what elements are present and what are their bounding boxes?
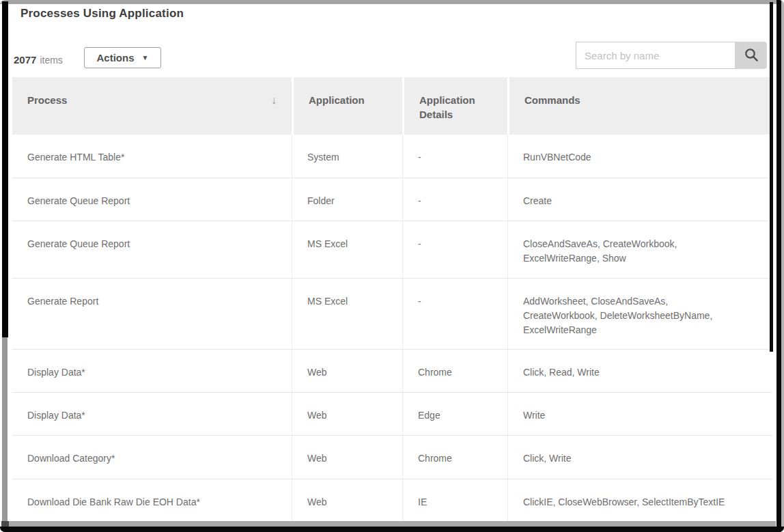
cell-commands: Click, Write xyxy=(507,436,772,479)
actions-button-label: Actions xyxy=(97,52,135,64)
cell-application: System xyxy=(292,135,402,178)
cell-application: MS Excel xyxy=(292,279,402,349)
column-header-process[interactable]: Process ↓ xyxy=(12,77,292,135)
table-row[interactable]: Generate Queue Report Folder - Create xyxy=(12,178,772,221)
cell-process: Generate Queue Report xyxy=(12,221,292,278)
cell-process: Display Data* xyxy=(12,393,292,435)
search-input[interactable] xyxy=(576,42,735,69)
actions-button[interactable]: Actions ▼ xyxy=(84,47,161,68)
cell-application-details: IE xyxy=(402,479,507,521)
cell-commands: CloseAndSaveAs, CreateWorkbook, ExcelWri… xyxy=(507,221,772,278)
cell-application-details: Edge xyxy=(402,393,507,435)
cell-commands: RunVBNetCode xyxy=(507,135,772,178)
cell-application-details: - xyxy=(402,221,507,278)
cell-application: Web xyxy=(292,350,402,392)
cell-application-details: - xyxy=(402,279,507,349)
cell-application-details: Chrome xyxy=(402,436,507,479)
table-row[interactable]: Generate Report MS Excel - AddWorksheet,… xyxy=(12,279,772,350)
cell-application: Web xyxy=(292,436,402,479)
processes-table: Process ↓ Application Application Detail… xyxy=(12,77,772,532)
search-bar xyxy=(576,42,767,69)
table-header-row: Process ↓ Application Application Detail… xyxy=(12,77,772,135)
items-word: items xyxy=(40,55,62,66)
cell-process: Display Data* xyxy=(12,350,292,392)
cell-application: MS Excel xyxy=(292,221,402,278)
cell-application-details: - xyxy=(402,178,507,221)
cell-process: Download Category* xyxy=(12,436,292,479)
sort-descending-icon[interactable]: ↓ xyxy=(271,93,277,107)
column-header-commands[interactable]: Commands xyxy=(507,77,772,135)
horizontal-scrollbar-track[interactable] xyxy=(5,521,776,527)
cell-commands: AddWorksheet, CloseAndSaveAs, CreateWork… xyxy=(507,279,772,349)
chevron-down-icon: ▼ xyxy=(142,54,149,61)
table-row[interactable]: Generate Queue Report MS Excel - CloseAn… xyxy=(12,221,772,279)
vertical-scrollbar-track[interactable] xyxy=(2,337,8,521)
frame-right-shadow xyxy=(781,0,784,532)
table-row[interactable]: Download Die Bank Raw Die EOH Data* Web … xyxy=(12,479,772,522)
items-count-label: 2077items xyxy=(14,54,63,66)
cell-application: Folder xyxy=(292,178,402,221)
table-row[interactable]: Display Data* Web Chrome Click, Read, Wr… xyxy=(12,350,772,393)
cell-process: Generate Queue Report xyxy=(12,178,292,221)
cell-commands: ClickIE, CloseWebBrowser, SelectItemByTe… xyxy=(507,479,772,521)
search-icon xyxy=(743,46,759,65)
table-row[interactable]: Display Data* Web Edge Write xyxy=(12,393,772,436)
column-header-process-label: Process xyxy=(27,93,67,107)
horizontal-scrollbar-thumb[interactable] xyxy=(1,521,9,527)
cell-application: Web xyxy=(292,393,402,435)
cell-application-details: Chrome xyxy=(402,350,507,392)
vertical-scrollbar-thumb[interactable] xyxy=(2,1,8,337)
cell-process: Generate HTML Table* xyxy=(12,135,292,178)
cell-application: Web xyxy=(292,479,402,521)
cell-application-details: - xyxy=(402,135,507,178)
table-row[interactable]: Generate HTML Table* System - RunVBNetCo… xyxy=(12,135,772,178)
page-title: Processes Using Application xyxy=(20,7,184,20)
cell-process: Generate Report xyxy=(12,279,292,349)
table-row[interactable]: Download Category* Web Chrome Click, Wri… xyxy=(12,436,772,479)
cell-commands: Click, Read, Write xyxy=(507,350,772,392)
search-button[interactable] xyxy=(735,42,767,69)
column-header-application[interactable]: Application xyxy=(292,77,402,135)
column-header-application-details[interactable]: Application Details xyxy=(402,77,507,135)
frame-top-border xyxy=(0,0,784,4)
cell-commands: Create xyxy=(507,178,772,221)
cell-process: Download Die Bank Raw Die EOH Data* xyxy=(12,479,292,521)
cell-commands: Write xyxy=(507,393,772,435)
region-highlight-right-border xyxy=(770,2,773,352)
items-count: 2077 xyxy=(14,54,36,66)
frame-right-border xyxy=(776,0,781,532)
